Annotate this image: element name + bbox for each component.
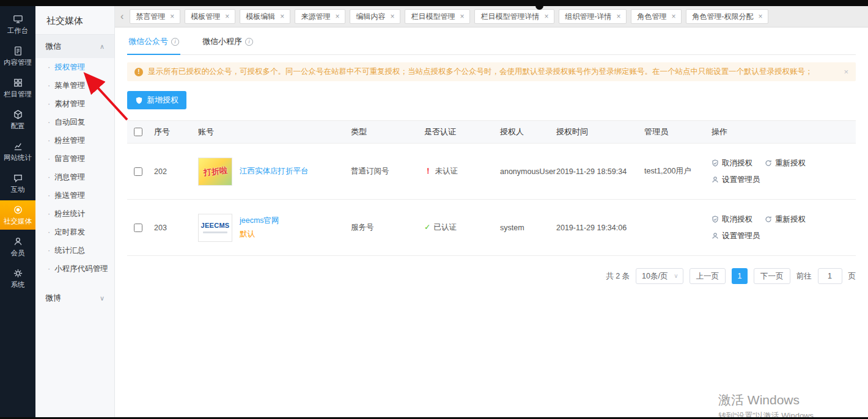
submenu-item-fan-stats[interactable]: ·粉丝统计	[35, 205, 114, 223]
app-window: 工作台 内容管理 栏目管理 配置 网站统计 互动	[0, 0, 868, 419]
reauthorize-link[interactable]: 重新授权	[765, 158, 806, 169]
cancel-auth-label: 取消授权	[722, 214, 752, 225]
sidebar-item-system[interactable]: 系统	[0, 264, 35, 293]
default-tag: 默认	[240, 229, 279, 239]
subtab-wechat-official[interactable]: 微信公众号 i	[127, 27, 180, 54]
submenu-item-push[interactable]: ·推送管理	[35, 186, 114, 205]
subtab-wechat-miniprogram[interactable]: 微信小程序 i	[201, 27, 254, 54]
submenu-item-stats-summary[interactable]: ·统计汇总	[35, 241, 114, 260]
info-icon[interactable]: i	[171, 38, 179, 46]
submenu-item-material[interactable]: ·素材管理	[35, 95, 114, 113]
close-icon[interactable]: ×	[280, 12, 284, 21]
tab-edit-content[interactable]: 编辑内容×	[350, 9, 400, 24]
submenu-item-miniprogram-code[interactable]: ·小程序代码管理	[35, 260, 114, 278]
sidebar-item-site-stats[interactable]: 网站统计	[0, 137, 35, 166]
menu-item-label: 推送管理	[54, 191, 85, 201]
account-name-link[interactable]: jeecms官网	[240, 216, 279, 226]
submenu-item-authorization[interactable]: ·授权管理	[35, 58, 114, 76]
sidebar-item-workbench[interactable]: 工作台	[0, 10, 35, 39]
bullet-dot: ·	[48, 118, 50, 126]
submenu-item-menu-mgmt[interactable]: ·菜单管理	[35, 76, 114, 95]
sidebar-item-config[interactable]: 配置	[0, 105, 35, 134]
tab-template-edit[interactable]: 模板编辑×	[240, 9, 290, 24]
refresh-icon	[765, 159, 772, 167]
close-icon[interactable]: ×	[544, 12, 548, 21]
set-admin-link[interactable]: 设置管理员	[712, 175, 760, 185]
row-verified: 未认证	[435, 167, 458, 175]
close-icon[interactable]: ×	[616, 12, 620, 21]
tabs-scroll-left-icon[interactable]: ‹	[119, 11, 125, 22]
page-number-button[interactable]: 1	[732, 268, 748, 284]
tab-label: 组织管理-详情	[565, 12, 611, 22]
submenu-group-weibo[interactable]: 微博 ∨	[35, 286, 114, 310]
submenu-item-message-mgmt[interactable]: ·消息管理	[35, 168, 114, 186]
submenu-group-wechat[interactable]: 微信 ∧	[35, 35, 114, 58]
page-size-select[interactable]: 10条/页∨	[636, 268, 683, 284]
row-authorizer: anonymousUser	[500, 167, 556, 176]
tab-role-mgmt[interactable]: 角色管理×	[631, 9, 682, 24]
submenu-item-scheduled[interactable]: ·定时群发	[35, 223, 114, 241]
tab-label: 禁言管理	[136, 12, 165, 22]
person-icon	[712, 232, 719, 239]
select-all-checkbox[interactable]	[134, 128, 142, 136]
row-seq: 202	[154, 167, 198, 176]
submenu-item-auto-reply[interactable]: ·自动回复	[35, 113, 114, 131]
tab-forbidden-words[interactable]: 禁言管理×	[130, 9, 180, 24]
submenu-item-fans[interactable]: ·粉丝管理	[35, 131, 114, 150]
table-row: 203 JEECMS jeecms官网 默认 服务号	[127, 200, 856, 256]
bullet-dot: ·	[48, 228, 50, 236]
tab-label: 角色管理-权限分配	[692, 12, 753, 22]
reauthorize-link[interactable]: 重新授权	[765, 214, 806, 225]
row-auth-time: 2019-11-29 19:34:06	[556, 224, 644, 232]
sidebar-item-members[interactable]: 会员	[0, 232, 35, 261]
row-type: 普通订阅号	[351, 166, 424, 177]
sidebar-item-label: 社交媒体	[4, 217, 32, 226]
add-authorization-button[interactable]: 新增授权	[127, 91, 186, 109]
goto-label: 前往	[796, 271, 812, 282]
cancel-auth-link[interactable]: 取消授权	[712, 214, 752, 225]
next-page-button[interactable]: 下一页	[754, 268, 790, 284]
cancel-auth-link[interactable]: 取消授权	[712, 158, 752, 169]
page-size-value: 10条/页	[642, 272, 668, 280]
menu-item-label: 小程序代码管理	[54, 264, 108, 274]
tab-template-mgmt[interactable]: 模板管理×	[185, 9, 235, 24]
bullet-dot: ·	[48, 81, 50, 90]
close-icon[interactable]: ×	[844, 67, 848, 76]
info-icon[interactable]: i	[245, 38, 253, 46]
close-icon[interactable]: ×	[460, 12, 464, 21]
sidebar-item-social-media[interactable]: 社交媒体	[0, 200, 35, 230]
row-checkbox[interactable]	[134, 224, 142, 232]
tab-column-model-detail[interactable]: 栏目模型管理详情×	[474, 9, 554, 24]
row-checkbox[interactable]	[134, 167, 142, 176]
row-verified: 已认证	[433, 223, 457, 231]
notice-text: 显示所有已授权的公众号，可授权多个。同一公众号在站群中不可重复授权；当站点授权多…	[148, 67, 813, 77]
sidebar-item-columns[interactable]: 栏目管理	[0, 73, 35, 103]
col-admin: 管理员	[644, 126, 712, 137]
chart-icon	[13, 141, 23, 151]
tab-column-model[interactable]: 栏目模型管理×	[405, 9, 470, 24]
close-icon[interactable]: ×	[225, 12, 229, 21]
set-admin-link[interactable]: 设置管理员	[712, 231, 760, 241]
close-icon[interactable]: ×	[671, 12, 675, 21]
menu-item-label: 自动回复	[54, 117, 85, 128]
submenu-item-messages-board[interactable]: ·留言管理	[35, 150, 114, 168]
add-authorization-label: 新增授权	[147, 95, 178, 106]
tab-role-permission[interactable]: 角色管理-权限分配×	[686, 9, 768, 24]
close-icon[interactable]: ×	[170, 12, 174, 21]
tab-source-mgmt[interactable]: 来源管理×	[295, 9, 345, 24]
sidebar-item-content[interactable]: 内容管理	[0, 42, 35, 71]
tab-label: 模板管理	[191, 12, 220, 22]
close-icon[interactable]: ×	[335, 12, 339, 21]
goto-page-input[interactable]	[818, 268, 842, 284]
caret-down-icon: ∨	[674, 269, 678, 283]
reauthorize-label: 重新授权	[775, 158, 806, 169]
close-icon[interactable]: ×	[390, 12, 394, 21]
close-icon[interactable]: ×	[758, 12, 762, 21]
prev-page-button[interactable]: 上一页	[690, 268, 726, 284]
sidebar-item-interaction[interactable]: 互动	[0, 169, 35, 198]
subtab-bar: 微信公众号 i 微信小程序 i	[127, 27, 856, 55]
set-admin-label: 设置管理员	[722, 231, 760, 241]
row-admin: test1,200用户	[644, 166, 712, 177]
tab-org-detail[interactable]: 组织管理-详情×	[559, 9, 627, 24]
account-name-link[interactable]: 江西实体店打折平台	[240, 166, 309, 177]
